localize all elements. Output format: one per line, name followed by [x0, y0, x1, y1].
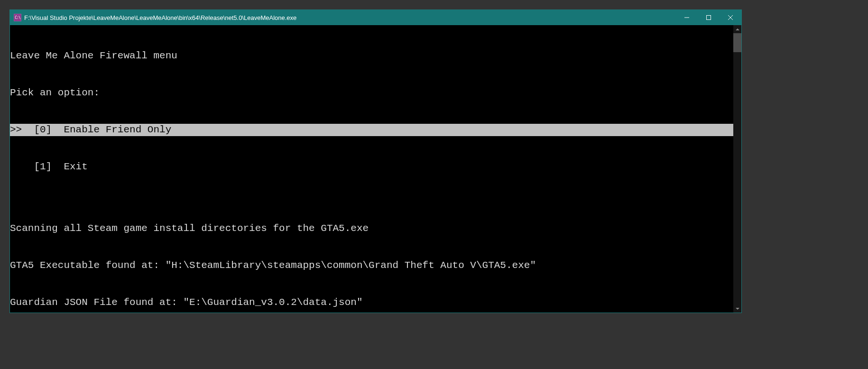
titlebar[interactable]: C:\ F:\Visual Studio Projekte\LeaveMeAlo…: [10, 10, 741, 25]
minimize-icon: [684, 15, 689, 20]
close-icon: [728, 15, 733, 20]
console-output[interactable]: Leave Me Alone Firewall menu Pick an opt…: [10, 25, 733, 313]
window-controls: [676, 10, 741, 25]
console-window: C:\ F:\Visual Studio Projekte\LeaveMeAlo…: [9, 9, 742, 313]
maximize-icon: [706, 15, 711, 20]
svg-rect-1: [707, 16, 711, 20]
chevron-down-icon: [736, 308, 739, 310]
scroll-track[interactable]: [733, 33, 741, 304]
chevron-up-icon: [736, 28, 739, 30]
console-header: Leave Me Alone Firewall menu: [10, 50, 733, 62]
close-button[interactable]: [720, 10, 741, 25]
window-title: F:\Visual Studio Projekte\LeaveMeAlone\L…: [24, 14, 676, 21]
output-line: GTA5 Executable found at: "H:\SteamLibra…: [10, 259, 733, 272]
client-area: Leave Me Alone Firewall menu Pick an opt…: [10, 25, 741, 313]
minimize-button[interactable]: [676, 10, 698, 25]
console-prompt: Pick an option:: [10, 87, 733, 99]
scroll-down-button[interactable]: [733, 304, 741, 313]
output-line: Guardian JSON File found at: "E:\Guardia…: [10, 296, 733, 309]
menu-option-0[interactable]: >> [0] Enable Friend Only: [10, 124, 733, 136]
scroll-thumb[interactable]: [733, 33, 741, 52]
app-icon: C:\: [14, 14, 21, 21]
output-line: Scanning all Steam game install director…: [10, 222, 733, 235]
scroll-up-button[interactable]: [733, 25, 741, 33]
maximize-button[interactable]: [698, 10, 720, 25]
menu-option-1[interactable]: [1] Exit: [10, 161, 733, 173]
vertical-scrollbar[interactable]: [733, 25, 741, 313]
